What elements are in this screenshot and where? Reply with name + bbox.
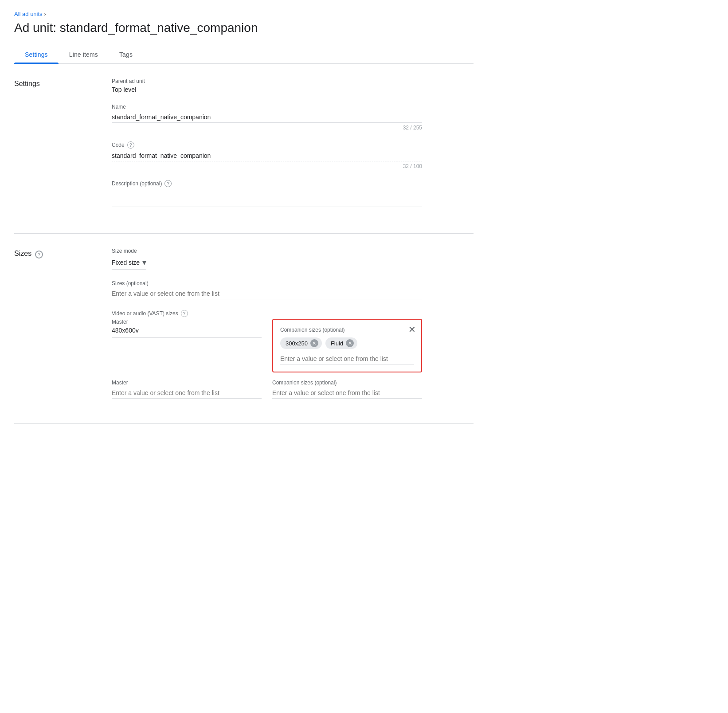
description-field: Description (optional) ? [112, 180, 422, 208]
page-title: Ad unit: standard_format_native_companio… [14, 21, 474, 35]
companion-tag-fluid-remove[interactable]: ✕ [346, 339, 354, 347]
sizes-optional-label: Sizes (optional) [112, 280, 422, 286]
breadcrumb-chevron: › [44, 11, 46, 17]
sizes-help-icon[interactable]: ? [35, 251, 43, 259]
sizes-section: Sizes ? Size mode Fixed size ▾ Sizes (op… [14, 234, 474, 424]
companion-popup-label: Companion sizes (optional) [280, 327, 414, 333]
vast-master-value-1: 480x600v [112, 327, 262, 334]
vast-master-label-1: Master [112, 319, 262, 325]
name-char-count: 32 / 255 [112, 125, 422, 131]
code-label: Code ? [112, 141, 422, 149]
companion-tags-row: 300x250 ✕ Fluid ✕ [280, 337, 414, 349]
size-mode-value: Fixed size [112, 259, 140, 266]
code-input[interactable] [112, 150, 422, 161]
tabs-bar: Settings Line items Tags [14, 46, 474, 64]
size-mode-label: Size mode [112, 248, 422, 254]
size-mode-dropdown[interactable]: Fixed size ▾ [112, 256, 146, 270]
breadcrumb-label: All ad units [14, 11, 43, 17]
settings-section: Settings Parent ad unit Top level Name 3… [14, 64, 474, 234]
vast-label: Video or audio (VAST) sizes ? [112, 310, 422, 317]
tab-line-items[interactable]: Line items [59, 46, 109, 63]
vast-companion-block-2: Companion sizes (optional) [272, 380, 422, 399]
tab-tags[interactable]: Tags [109, 46, 143, 63]
vast-sizes-field: Video or audio (VAST) sizes ? Master 480… [112, 310, 422, 399]
parent-ad-unit-value: Top level [112, 86, 422, 93]
sizes-optional-field: Sizes (optional) [112, 280, 422, 299]
code-help-icon[interactable]: ? [127, 141, 134, 149]
settings-section-label: Settings [14, 78, 112, 219]
companion-popup-close[interactable]: ✕ [408, 325, 416, 334]
code-field: Code ? 32 / 100 [112, 141, 422, 169]
sizes-content: Size mode Fixed size ▾ Sizes (optional) … [112, 248, 422, 409]
description-help-icon[interactable]: ? [164, 180, 172, 187]
vast-master-input-2[interactable] [112, 388, 262, 399]
description-input[interactable] [112, 189, 422, 207]
vast-row-2: Master Companion sizes (optional) [112, 380, 422, 399]
vast-help-icon[interactable]: ? [181, 310, 188, 317]
companion-tag-300x250-label: 300x250 [286, 340, 308, 347]
vast-master-block-2: Master [112, 380, 262, 399]
name-input[interactable] [112, 112, 422, 123]
companion-tag-fluid: Fluid ✕ [325, 337, 357, 349]
companion-input[interactable] [280, 353, 414, 364]
sizes-section-label: Sizes ? [14, 248, 112, 409]
name-field: Name 32 / 255 [112, 104, 422, 131]
vast-master-label-2: Master [112, 380, 262, 386]
code-char-count: 32 / 100 [112, 163, 422, 169]
sizes-optional-input[interactable] [112, 288, 422, 299]
size-mode-field: Size mode Fixed size ▾ [112, 248, 422, 270]
vast-row-1: Master 480x600v Companion sizes (optiona… [112, 319, 422, 372]
companion-popup: Companion sizes (optional) 300x250 ✕ Flu… [272, 319, 422, 372]
vast-companion-label-2: Companion sizes (optional) [272, 380, 422, 386]
vast-companion-input-2[interactable] [272, 388, 422, 399]
vast-master-block-1: Master 480x600v [112, 319, 262, 338]
tab-settings[interactable]: Settings [14, 46, 59, 63]
companion-tag-fluid-label: Fluid [331, 340, 343, 347]
size-mode-dropdown-arrow: ▾ [142, 258, 146, 267]
description-label: Description (optional) ? [112, 180, 422, 187]
parent-ad-unit-field: Parent ad unit Top level [112, 78, 422, 93]
name-label: Name [112, 104, 422, 110]
settings-content: Parent ad unit Top level Name 32 / 255 C… [112, 78, 422, 219]
companion-tag-300x250-remove[interactable]: ✕ [310, 339, 318, 347]
breadcrumb[interactable]: All ad units › [14, 11, 474, 17]
parent-ad-unit-label: Parent ad unit [112, 78, 422, 84]
companion-tag-300x250: 300x250 ✕ [280, 337, 322, 349]
